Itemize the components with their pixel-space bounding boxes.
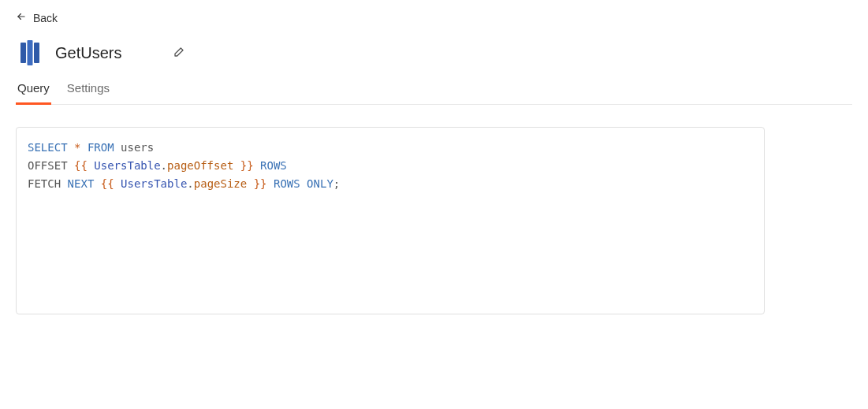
back-link[interactable]: Back [16, 11, 852, 24]
page-title: GetUsers [55, 44, 121, 62]
back-label: Back [33, 12, 58, 24]
datasource-icon [16, 39, 44, 67]
tab-settings[interactable]: Settings [65, 81, 111, 105]
arrow-left-icon [16, 11, 27, 24]
title-row: GetUsers [16, 39, 852, 67]
code-line: OFFSET {{ UsersTable.pageOffset }} ROWS [28, 157, 753, 175]
code-line: FETCH NEXT {{ UsersTable.pageSize }} ROW… [28, 175, 753, 193]
svg-rect-1 [20, 43, 26, 63]
edit-icon[interactable] [172, 46, 184, 59]
svg-rect-3 [34, 43, 39, 63]
svg-rect-2 [28, 40, 33, 65]
code-line: SELECT * FROM users [28, 139, 753, 157]
tabs: Query Settings [16, 81, 852, 105]
tab-query[interactable]: Query [16, 81, 51, 105]
sql-editor[interactable]: SELECT * FROM usersOFFSET {{ UsersTable.… [16, 127, 765, 314]
